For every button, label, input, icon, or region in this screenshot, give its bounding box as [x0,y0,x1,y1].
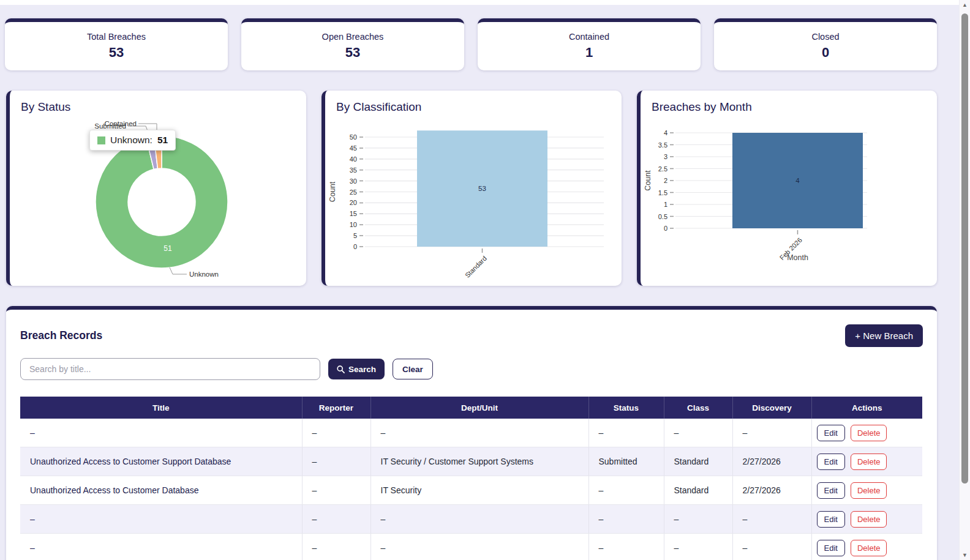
search-button-label: Search [348,365,376,374]
column-header-discovery: Discovery [732,397,811,419]
edit-button[interactable]: Edit [817,511,845,528]
table-row: ––––––EditDelete [20,505,922,534]
cell-reporter: – [302,534,370,560]
cell-actions: EditDelete [811,476,922,505]
column-header-status: Status [588,397,664,419]
column-header-actions: Actions [811,397,922,419]
stat-card-open: Open Breaches 53 [241,18,464,70]
svg-text:25: 25 [350,189,357,196]
cell-title: – [20,505,302,534]
breaches-by-month-card: Breaches by Month 00.511.522.533.544Feb … [637,91,937,286]
svg-text:Count: Count [328,181,337,202]
delete-button[interactable]: Delete [851,511,887,528]
cell-class: – [664,419,732,447]
svg-text:Count: Count [644,170,652,191]
cell-discovery: – [732,419,811,447]
cell-dept: IT Security [370,476,588,505]
donut-slice-value: 51 [164,244,172,253]
delete-button[interactable]: Delete [851,540,887,556]
search-button[interactable]: Search [328,359,385,379]
edit-button[interactable]: Edit [817,482,845,499]
cell-class: Standard [664,476,732,505]
stat-card-contained: Contained 1 [478,18,701,70]
cell-class: – [664,534,732,560]
stat-value: 53 [345,45,360,61]
tooltip-value: 51 [157,135,168,146]
svg-text:5: 5 [353,232,357,239]
svg-text:1.5: 1.5 [658,189,667,196]
chart-title: By Status [21,100,70,114]
by-classification-card: By Classification 0510152025303540455053… [321,91,622,286]
svg-text:3: 3 [664,153,667,160]
cell-dept: – [370,534,588,560]
breach-records-panel: Breach Records + New Breach Search Clear… [6,306,937,560]
callout-submitted: Submitted [94,122,126,130]
scrollbar-thumb[interactable] [961,13,968,483]
cell-reporter: – [302,476,370,505]
svg-text:4: 4 [664,129,667,136]
edit-button[interactable]: Edit [817,454,845,470]
cell-discovery: – [732,505,811,534]
status-donut-svg: 51ContainedSubmittedUnknown [10,91,306,286]
svg-text:45: 45 [350,144,357,152]
cell-status: – [588,476,664,505]
column-header-reporter: Reporter [302,397,370,419]
edit-button[interactable]: Edit [817,540,845,556]
chart-title: By Classification [336,100,421,114]
chart-title: Breaches by Month [652,100,752,114]
scroll-up-icon[interactable]: ▲ [960,0,970,10]
column-header-dept: Dept/Unit [370,397,588,419]
svg-text:15: 15 [350,210,357,217]
table-row: Unauthorized Access to Customer Support … [20,447,922,476]
delete-button[interactable]: Delete [851,482,887,499]
breach-table: Title Reporter Dept/Unit Status Class Di… [20,397,922,560]
stat-value: 1 [585,45,593,61]
svg-text:Month: Month [787,253,808,262]
cell-actions: EditDelete [811,534,922,560]
stat-card-closed: Closed 0 [714,18,937,70]
cell-title: – [20,419,302,447]
column-header-class: Class [664,397,732,419]
search-input[interactable] [20,358,320,380]
month-bar-svg: 00.511.522.533.544Feb 2026MonthCount [641,91,937,286]
table-row: ––––––EditDelete [20,419,922,447]
svg-text:30: 30 [350,177,357,185]
svg-text:40: 40 [350,155,357,163]
cell-reporter: – [302,419,370,447]
cell-status: – [588,534,664,560]
stat-value: 0 [822,45,829,61]
vertical-scrollbar[interactable]: ▲ ▼ [959,0,970,560]
cell-discovery: 2/27/2026 [732,447,811,476]
top-strip [0,0,960,5]
cell-discovery: – [732,534,811,560]
svg-text:20: 20 [350,199,357,206]
svg-text:50: 50 [350,133,357,141]
stat-label: Open Breaches [322,32,384,42]
table-row: Unauthorized Access to Customer Database… [20,476,922,505]
callout-unknown: Unknown [189,271,219,278]
scroll-down-icon[interactable]: ▼ [960,550,970,560]
svg-text:0: 0 [353,243,357,250]
clear-button[interactable]: Clear [393,359,433,379]
cell-dept: IT Security / Customer Support Systems [370,447,588,476]
stat-card-total: Total Breaches 53 [5,18,228,70]
svg-text:3.5: 3.5 [658,141,667,149]
delete-button[interactable]: Delete [851,425,887,441]
cell-status: Submitted [588,447,664,476]
cell-title: – [20,534,302,560]
cell-discovery: 2/27/2026 [732,476,811,505]
svg-text:35: 35 [350,166,357,174]
cell-title: Unauthorized Access to Customer Support … [20,447,302,476]
cell-dept: – [370,505,588,534]
edit-button[interactable]: Edit [817,425,845,441]
new-breach-button[interactable]: + New Breach [845,324,923,347]
svg-text:10: 10 [350,221,357,228]
stat-label: Closed [811,32,839,42]
cell-class: – [664,505,732,534]
cell-actions: EditDelete [811,447,922,476]
by-status-card: By Status 51ContainedSubmittedUnknown Un… [6,91,306,286]
breach-table-body: ––––––EditDeleteUnauthorized Access to C… [20,419,922,560]
delete-button[interactable]: Delete [851,454,887,470]
page-title: Breach Records [20,329,102,342]
classification-bar-svg: 0510152025303540455053StandardCount [325,91,622,286]
